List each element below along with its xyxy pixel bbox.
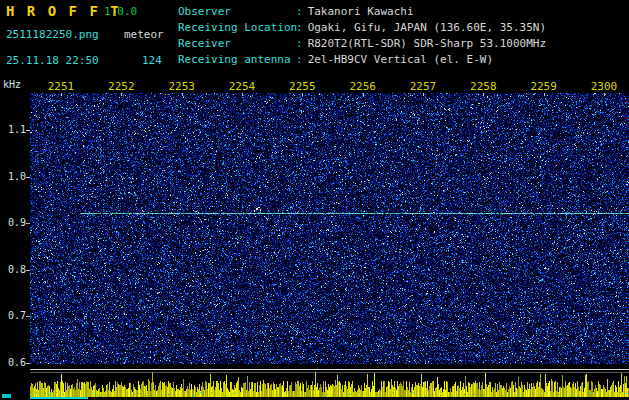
- mode-label: meteor: [124, 28, 164, 41]
- time-label: 2252: [108, 80, 135, 93]
- info-label: Receiving Location: [178, 20, 296, 36]
- time-label: 2300: [591, 80, 618, 93]
- time-label: 2253: [168, 80, 195, 93]
- time-label: 2251: [48, 80, 75, 93]
- info-colon: :: [296, 52, 303, 68]
- spectrogram-canvas: [30, 93, 629, 364]
- info-value: 2el-HB9CV Vertical (el. E-W): [308, 52, 493, 68]
- freq-label: 0.9: [0, 217, 26, 228]
- app-version: 1.0.0: [104, 5, 137, 18]
- level-scale-mark: [2, 394, 11, 398]
- signal-level-canvas: [30, 364, 629, 400]
- freq-label: 0.7: [0, 310, 26, 321]
- info-value: Takanori Kawachi: [308, 4, 414, 20]
- freq-label: 0.8: [0, 264, 26, 275]
- info-row-observer: Observer : Takanori Kawachi: [178, 4, 546, 20]
- freq-label: 1.1: [0, 124, 26, 135]
- info-row-antenna: Receiving antenna : 2el-HB9CV Vertical (…: [178, 52, 546, 68]
- time-label: 2259: [530, 80, 557, 93]
- freq-label: 1.0: [0, 171, 26, 182]
- info-value: R820T2(RTL-SDR) SDR-Sharp 53.1000MHz: [308, 36, 546, 52]
- freq-label: 0.6: [0, 357, 26, 368]
- time-label: 2257: [410, 80, 437, 93]
- time-label: 2255: [289, 80, 316, 93]
- info-label: Observer: [178, 4, 296, 20]
- output-filename: 2511182250.png: [6, 28, 99, 41]
- info-colon: :: [296, 20, 303, 36]
- freq-unit-label: kHz: [3, 79, 21, 90]
- time-label: 2258: [470, 80, 497, 93]
- info-row-location: Receiving Location : Ogaki, Gifu, JAPAN …: [178, 20, 546, 36]
- info-colon: :: [296, 4, 303, 20]
- info-row-receiver: Receiver : R820T2(RTL-SDR) SDR-Sharp 53.…: [178, 36, 546, 52]
- station-info: Observer : Takanori Kawachi Receiving Lo…: [178, 4, 546, 68]
- time-label: 2256: [349, 80, 376, 93]
- time-label: 2254: [229, 80, 256, 93]
- datetime-label: 25.11.18 22:50: [6, 54, 99, 67]
- info-colon: :: [296, 36, 303, 52]
- hrofft-window: H R O F F T 1.0.0 2511182250.png meteor …: [0, 0, 629, 400]
- info-label: Receiving antenna: [178, 52, 296, 68]
- info-value: Ogaki, Gifu, JAPAN (136.60E, 35.35N): [308, 20, 546, 36]
- info-label: Receiver: [178, 36, 296, 52]
- counter-label: 124: [142, 54, 162, 67]
